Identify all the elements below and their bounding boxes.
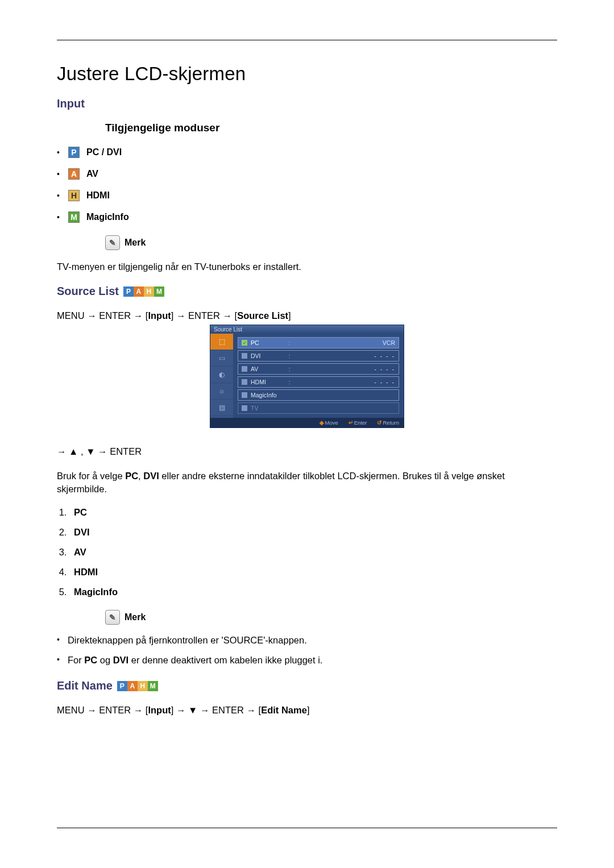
- section-source-list-heading: Source List: [57, 285, 119, 298]
- note-icon: ✎: [105, 610, 120, 625]
- source-list-path: MENU → ENTER → [Input] → ENTER → [Source…: [57, 310, 557, 321]
- bullet-icon: •: [57, 148, 61, 156]
- check-icon: [242, 366, 247, 372]
- osd-row-name: TV: [251, 405, 285, 412]
- osd-side-input-icon: ⬚: [210, 334, 233, 350]
- modes-list: • P PC / DVI • A AV • H HDMI • M MagicIn…: [57, 147, 557, 223]
- section-input-heading: Input: [57, 97, 557, 110]
- osd-foot-enter: ↵Enter: [349, 420, 367, 426]
- osd-row-val: - - - -: [294, 352, 395, 359]
- bullet-icon: •: [57, 192, 61, 200]
- osd-side-icon: ◐: [210, 367, 233, 383]
- osd-row-val: - - - -: [294, 366, 395, 372]
- mode-item: • P PC / DVI: [57, 147, 557, 158]
- list-item: DVI: [69, 527, 557, 538]
- h-icon: H: [68, 190, 80, 201]
- check-icon: ✓: [242, 340, 247, 346]
- page: Justere LCD-skjermen Input Tilgjengelige…: [0, 0, 614, 868]
- note-item: Direkteknappen på fjernkontrollen er 'SO…: [57, 635, 557, 646]
- p-icon: P: [117, 681, 127, 691]
- osd-row-name: AV: [251, 366, 285, 372]
- osd-row: AV : - - - -: [238, 363, 399, 375]
- a-icon: A: [134, 286, 144, 297]
- osd-row-name: PC: [251, 339, 285, 346]
- source-list-notes: Direkteknappen på fjernkontrollen er 'SO…: [57, 635, 557, 666]
- list-item: MagicInfo: [69, 587, 557, 597]
- arrows-line: → ▲ , ▼ → ENTER: [57, 445, 557, 458]
- osd-row: MagicInfo: [238, 389, 399, 401]
- a-icon: A: [127, 681, 138, 691]
- osd-row-val: VCR: [294, 339, 395, 346]
- check-icon: [242, 353, 247, 359]
- osd-side-icon: ▤: [210, 400, 233, 416]
- a-icon: A: [68, 168, 80, 180]
- osd-side-icon: ☼: [210, 383, 233, 400]
- edit-name-path: MENU → ENTER → [Input] → ▼ → ENTER → [Ed…: [57, 705, 557, 716]
- osd-screenshot: Source List ⬚ ▭ ◐ ☼ ▤ ✓ PC : VCR DVI: [210, 325, 404, 428]
- osd-row-name: DVI: [251, 352, 285, 359]
- mode-label: PC / DVI: [86, 147, 122, 157]
- source-list-desc: Bruk for å velge PC, DVI eller andre eks…: [57, 470, 557, 496]
- osd-row: TV: [238, 402, 399, 414]
- osd-row-name: HDMI: [251, 379, 285, 385]
- mini-icons: P A H M: [117, 681, 158, 691]
- source-list-items: PC DVI AV HDMI MagicInfo: [57, 507, 557, 597]
- note-text: TV-menyen er tilgjengelig når en TV-tune…: [57, 260, 557, 273]
- list-item: PC: [69, 507, 557, 518]
- osd-title: Source List: [210, 325, 404, 334]
- m-icon: M: [154, 286, 164, 297]
- list-item: HDMI: [69, 567, 557, 578]
- mode-label: HDMI: [86, 190, 110, 201]
- section-edit-name-row: Edit Name P A H M: [57, 679, 557, 692]
- mini-icons: P A H M: [123, 286, 164, 297]
- check-icon: [242, 392, 247, 398]
- osd-foot-move: ◆Move: [320, 420, 338, 426]
- osd-row: ✓ PC : VCR: [238, 337, 399, 348]
- note-label: Merk: [125, 612, 146, 622]
- osd-row: DVI : - - - -: [238, 350, 399, 362]
- rule-top: [57, 40, 557, 40]
- bullet-icon: •: [57, 170, 61, 178]
- note-label: Merk: [125, 238, 146, 248]
- modes-heading: Tilgjengelige moduser: [105, 122, 557, 134]
- osd-body: ⬚ ▭ ◐ ☼ ▤ ✓ PC : VCR DVI : - - - -: [210, 334, 404, 418]
- p-icon: P: [123, 286, 134, 297]
- m-icon: M: [148, 681, 158, 691]
- page-title: Justere LCD-skjermen: [57, 63, 557, 85]
- osd-row: HDMI : - - - -: [238, 376, 399, 388]
- bullet-icon: •: [57, 213, 61, 221]
- m-icon: M: [68, 211, 80, 223]
- mode-item: • A AV: [57, 168, 557, 180]
- note-line: ✎ Merk: [105, 610, 557, 625]
- note-item: For PC og DVI er denne deaktivert om kab…: [57, 655, 557, 666]
- note-line: ✎ Merk: [105, 235, 557, 250]
- mode-label: AV: [86, 169, 98, 179]
- osd-footer: ◆Move ↵Enter ↺Return: [210, 418, 404, 427]
- osd-foot-return: ↺Return: [377, 420, 399, 426]
- note-icon: ✎: [105, 235, 120, 250]
- check-icon: [242, 379, 247, 385]
- osd-sidebar: ⬚ ▭ ◐ ☼ ▤: [210, 334, 233, 418]
- mode-item: • H HDMI: [57, 190, 557, 201]
- osd-main: ✓ PC : VCR DVI : - - - - AV : - - - -: [233, 334, 404, 418]
- p-icon: P: [68, 147, 80, 158]
- mode-item: • M MagicInfo: [57, 211, 557, 223]
- check-icon: [242, 405, 247, 411]
- h-icon: H: [138, 681, 148, 691]
- osd-row-val: - - - -: [294, 379, 395, 385]
- osd-row-name: MagicInfo: [251, 392, 285, 398]
- section-edit-name-heading: Edit Name: [57, 679, 113, 692]
- section-source-list-row: Source List P A H M: [57, 285, 557, 298]
- h-icon: H: [144, 286, 154, 297]
- osd-side-icon: ▭: [210, 350, 233, 367]
- mode-label: MagicInfo: [86, 212, 129, 222]
- rule-bottom: [57, 828, 557, 828]
- list-item: AV: [69, 547, 557, 558]
